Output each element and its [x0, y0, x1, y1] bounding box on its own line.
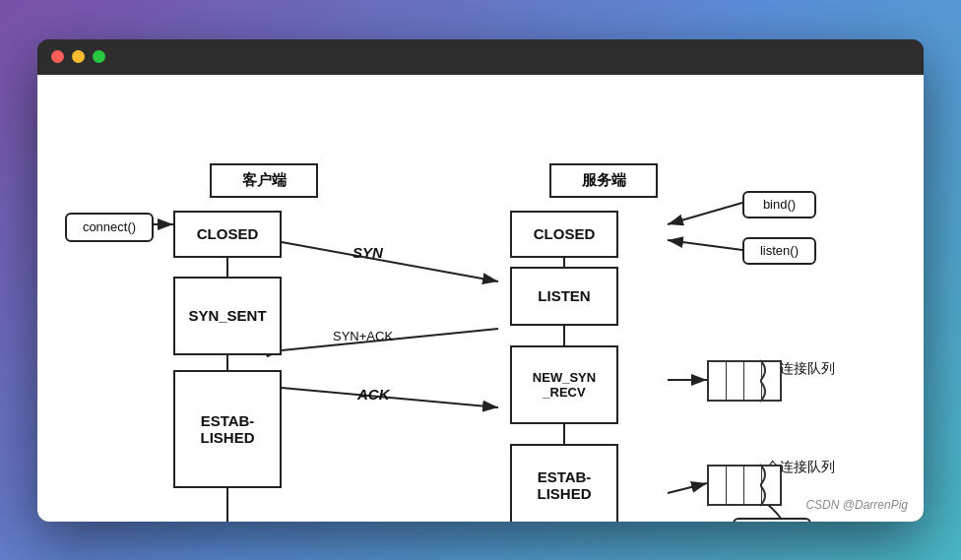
- new-syn-recv-box: NEW_SYN _RECV: [510, 345, 618, 424]
- server-header: 服务端: [549, 163, 658, 198]
- connect-button[interactable]: connect(): [65, 213, 154, 242]
- syn-sent-box: SYN_SENT: [173, 277, 282, 355]
- client-header: 客户端: [210, 163, 318, 198]
- listen-box: LISTEN: [510, 267, 618, 326]
- minimize-dot[interactable]: [72, 50, 85, 63]
- svg-line-3: [282, 242, 498, 281]
- half-queue-curve: [760, 358, 780, 404]
- svg-line-5: [282, 388, 498, 407]
- syn-label: SYN: [352, 244, 383, 261]
- close-dot[interactable]: [51, 50, 64, 63]
- ack-label: ACK: [357, 386, 390, 403]
- server-closed-box: CLOSED: [510, 211, 618, 258]
- svg-line-7: [668, 483, 707, 493]
- titlebar: [37, 39, 924, 75]
- accept-button[interactable]: accept(): [733, 518, 811, 522]
- window: 客户端 服务端 CLOSED CLOSED SYN_SENT LISTEN: [37, 39, 924, 522]
- tcp-diagram: 客户端 服务端 CLOSED CLOSED SYN_SENT LISTEN: [37, 75, 924, 522]
- svg-line-9: [668, 240, 742, 250]
- bind-button[interactable]: bind(): [742, 191, 816, 218]
- diagram-content: 客户端 服务端 CLOSED CLOSED SYN_SENT LISTEN: [37, 75, 924, 522]
- client-closed-box: CLOSED: [173, 211, 282, 258]
- syn-ack-label: SYN+ACK: [333, 329, 393, 343]
- client-established-box: ESTAB- LISHED: [173, 370, 282, 488]
- watermark: CSDN @DarrenPig: [805, 498, 908, 512]
- arrows-svg: [37, 75, 924, 522]
- svg-line-8: [668, 203, 742, 224]
- full-queue-curve: [760, 463, 780, 508]
- server-established-box: ESTAB- LISHED: [510, 444, 618, 522]
- maximize-dot[interactable]: [93, 50, 105, 63]
- listen-button[interactable]: listen(): [742, 237, 816, 265]
